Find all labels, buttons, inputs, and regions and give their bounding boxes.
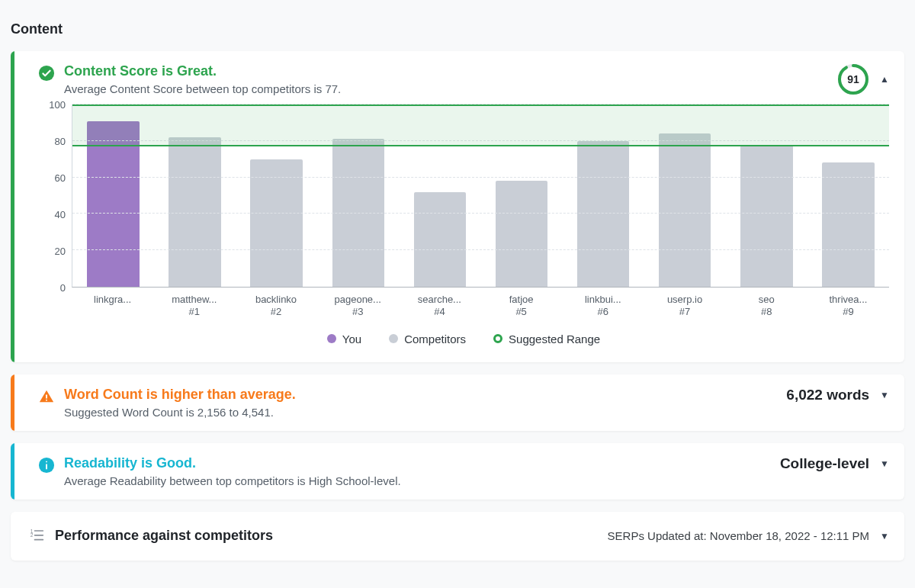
- card-accent-orange: [11, 374, 14, 431]
- ring-icon: [493, 334, 502, 343]
- performance-title: Performance against competitors: [55, 528, 273, 544]
- x-tick: fatjoe#5: [480, 294, 562, 319]
- word-count-value: 6,022 words: [786, 387, 869, 403]
- chart-plot: [72, 104, 889, 288]
- word-count-subtitle: Suggested Word Count is 2,156 to 4,541.: [64, 406, 296, 419]
- x-tick: thrivea...#9: [807, 294, 889, 319]
- suggested-range-band: [72, 104, 889, 146]
- y-tick: 100: [49, 99, 66, 111]
- y-tick: 20: [55, 246, 66, 257]
- warning-triangle-icon: [38, 388, 55, 408]
- bar-competitor[interactable]: [169, 137, 221, 287]
- caret-up-icon[interactable]: ▲: [880, 74, 889, 85]
- x-tick: matthew...#1: [153, 294, 235, 319]
- legend-competitors: Competitors: [389, 333, 466, 345]
- gridline: [72, 177, 889, 178]
- score-ring-value: 91: [837, 63, 869, 95]
- word-count-title: Word Count is higher than average.: [64, 387, 296, 403]
- bar-competitor[interactable]: [822, 162, 875, 287]
- svg-rect-7: [46, 461, 47, 462]
- caret-down-icon[interactable]: ▼: [880, 458, 889, 469]
- gridline: [72, 249, 889, 250]
- chart-legend: You Competitors Suggested Range: [38, 333, 889, 345]
- info-circle-icon: [38, 457, 55, 477]
- bar-competitor[interactable]: [577, 141, 630, 287]
- svg-rect-4: [46, 399, 47, 400]
- caret-down-icon[interactable]: ▼: [880, 531, 889, 541]
- x-tick: linkbui...#6: [562, 294, 644, 319]
- card-accent-cyan: [11, 443, 14, 500]
- performance-card[interactable]: 12 Performance against competitors SERPs…: [11, 512, 904, 561]
- y-axis: 020406080100: [38, 104, 72, 288]
- bar-competitor[interactable]: [414, 192, 467, 287]
- readability-value: College-level: [780, 455, 869, 472]
- list-icon: 12: [29, 527, 44, 545]
- legend-you: You: [327, 333, 361, 345]
- bar-competitor[interactable]: [496, 181, 548, 287]
- y-tick: 0: [60, 282, 66, 294]
- section-title: Content: [11, 21, 904, 37]
- bar-competitor[interactable]: [740, 145, 793, 287]
- x-tick: pageone...#3: [317, 294, 399, 319]
- content-score-card: Content Score is Great. Average Content …: [11, 51, 904, 362]
- readability-subtitle: Average Readability between top competit…: [64, 474, 401, 487]
- y-tick: 80: [55, 136, 66, 147]
- bar-competitor[interactable]: [250, 159, 303, 287]
- dot-icon: [327, 334, 336, 343]
- bar-competitor[interactable]: [659, 133, 711, 287]
- svg-rect-6: [46, 464, 47, 469]
- word-count-card[interactable]: Word Count is higher than average. Sugge…: [11, 374, 904, 431]
- svg-rect-3: [46, 394, 47, 399]
- legend-suggested-label: Suggested Range: [509, 333, 600, 345]
- y-tick: 60: [55, 172, 66, 184]
- readability-title: Readability is Good.: [64, 455, 401, 471]
- x-tick: backlinko#2: [235, 294, 316, 319]
- x-tick: linkgra...: [72, 294, 153, 319]
- y-tick: 40: [55, 209, 66, 220]
- caret-down-icon[interactable]: ▼: [880, 390, 889, 400]
- score-ring: 91: [837, 63, 869, 95]
- content-score-title: Content Score is Great.: [64, 63, 341, 79]
- x-tick: seo#8: [726, 294, 807, 319]
- check-circle-icon: [38, 65, 55, 85]
- x-axis: linkgra...matthew...#1backlinko#2pageone…: [72, 294, 889, 319]
- serps-updated-label: SERPs Updated at: November 18, 2022 - 12…: [608, 529, 870, 542]
- readability-card[interactable]: Readability is Good. Average Readability…: [11, 443, 904, 500]
- content-score-subtitle: Average Content Score between top compet…: [64, 82, 341, 95]
- legend-competitors-label: Competitors: [404, 333, 466, 345]
- legend-suggested: Suggested Range: [493, 333, 600, 345]
- gridline: [72, 213, 889, 214]
- card-accent-green: [11, 51, 14, 362]
- x-tick: searche...#4: [399, 294, 480, 319]
- legend-you-label: You: [342, 333, 361, 345]
- x-tick: userp.io#7: [644, 294, 725, 319]
- svg-text:2: 2: [30, 532, 34, 538]
- content-score-chart: 020406080100 linkgra...matthew...#1backl…: [38, 104, 889, 345]
- dot-icon: [389, 334, 398, 343]
